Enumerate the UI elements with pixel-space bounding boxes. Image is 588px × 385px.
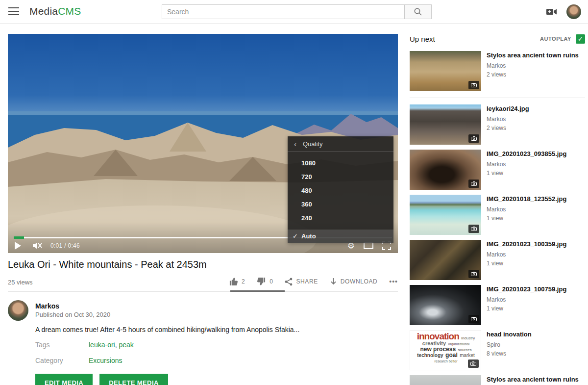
author-name[interactable]: Markos (35, 302, 59, 310)
search-input[interactable] (162, 4, 404, 19)
thumbnail-leykaori24 (410, 104, 481, 145)
upload-media-button[interactable] (546, 7, 558, 17)
video-upload-icon (546, 7, 558, 17)
quality-option-720[interactable]: 720 (288, 170, 393, 184)
hamburger-menu-icon[interactable] (8, 7, 19, 15)
camera-icon (471, 83, 477, 87)
list-item[interactable]: Stylos area ancient town ruins (410, 375, 585, 385)
up-next-sidebar: Up next AUTOPLAY ✓ Stylos area ancient t… (410, 33, 585, 385)
download-button[interactable]: DOWNLOAD (330, 278, 377, 286)
author-avatar[interactable] (8, 300, 28, 321)
search-button[interactable] (404, 4, 432, 19)
quality-option-480[interactable]: 480 (288, 184, 393, 198)
item-title[interactable]: IMG_20201023_100759.jpg (487, 285, 566, 293)
list-item[interactable]: IMG_20201023_100359.jpg Markos 1 view (410, 240, 585, 280)
video-actions: 2 0 SHARE DOWNLOAD ••• (230, 275, 398, 288)
delete-media-button[interactable]: DELETE MEDIA (99, 374, 168, 385)
tag-link-peak[interactable]: peak (119, 341, 133, 349)
item-views: 8 views (487, 350, 532, 357)
edit-media-button[interactable]: EDIT MEDIA (35, 374, 93, 385)
list-item[interactable]: IMG_20201023_100759.jpg Markos 1 view (410, 285, 585, 325)
cloud-word: new process (420, 347, 456, 352)
ratings-underline (230, 290, 285, 292)
item-title[interactable]: Stylos area ancient town ruins (487, 376, 579, 384)
camera-icon (471, 136, 477, 141)
autoplay-label: AUTOPLAY (540, 36, 571, 42)
list-item[interactable]: IMG_20201018_123552.jpg Markos 1 view (410, 195, 585, 235)
item-title[interactable]: IMG_20201023_093855.jpg (487, 150, 566, 158)
item-author: Markos (487, 206, 566, 213)
item-views: 1 view (487, 260, 566, 267)
item-views: 1 view (487, 305, 566, 312)
cloud-word: goal (445, 353, 458, 358)
mediacms-page: MediaCMS (0, 0, 588, 385)
camera-badge (468, 359, 479, 368)
like-button[interactable]: 2 (229, 277, 245, 286)
quality-menu-back[interactable]: ‹ Quality (288, 136, 393, 152)
play-button[interactable] (15, 242, 21, 250)
category-label: Category (35, 357, 63, 364)
item-title[interactable]: head inovation (487, 331, 532, 338)
thumbnail-stylos-ruins (410, 51, 481, 91)
camera-icon (471, 181, 477, 186)
video-player[interactable]: 0:01 / 0:46 ⚙ ‹ Quality 1080 720 480 360… (8, 34, 398, 253)
list-item[interactable]: leykaori24.jpg Markos 2 views (410, 104, 585, 145)
camera-icon (471, 317, 477, 321)
item-author: Markos (487, 62, 579, 69)
camera-badge (468, 134, 479, 143)
item-views: 1 view (487, 170, 566, 177)
share-button[interactable]: SHARE (285, 278, 318, 286)
thumbnail-img-100359 (410, 240, 481, 280)
divider (410, 98, 585, 98)
dislike-count: 0 (270, 278, 273, 285)
quality-option-1080[interactable]: 1080 (288, 156, 393, 170)
item-author: Markos (487, 296, 566, 303)
quality-option-360[interactable]: 360 (288, 198, 393, 211)
view-count: 25 views (8, 279, 33, 286)
tag-link-leuka-ori[interactable]: leuka-ori (89, 341, 115, 349)
check-icon: ✓ (293, 230, 301, 243)
item-views: 2 views (487, 125, 529, 131)
time-display: 0:01 / 0:46 (50, 242, 80, 249)
mediacms-logo[interactable]: MediaCMS (29, 5, 81, 17)
camera-icon (471, 272, 477, 276)
thumbs-up-icon (229, 277, 238, 286)
item-title[interactable]: IMG_20201023_100359.jpg (487, 240, 566, 248)
thumbnail-img-100759 (410, 285, 481, 325)
share-icon (285, 278, 293, 286)
item-views: 2 views (487, 71, 579, 78)
search-icon (414, 7, 422, 16)
autoplay-checkbox[interactable]: ✓ (576, 34, 585, 44)
camera-badge (468, 270, 479, 278)
mute-button[interactable] (32, 241, 43, 250)
video-description: A dream comes true! After 4-5 hours of c… (35, 326, 339, 334)
user-avatar[interactable] (566, 4, 581, 19)
quality-menu: ‹ Quality 1080 720 480 360 240 ✓Auto (288, 136, 393, 243)
thumbnail-word-cloud: innovation industry creativity organizat… (410, 330, 481, 370)
more-options-button[interactable]: ••• (389, 278, 398, 285)
up-next-title: Up next (410, 35, 435, 43)
item-title[interactable]: leykaori24.jpg (487, 105, 529, 113)
quality-option-240[interactable]: 240 (288, 211, 393, 225)
theater-mode-icon[interactable] (364, 242, 373, 249)
list-item[interactable]: IMG_20201023_093855.jpg Markos 1 view (410, 150, 585, 190)
search-bar (162, 4, 432, 19)
sidebar-header: Up next AUTOPLAY ✓ (410, 33, 585, 44)
video-title: Leuka Ori - White mountains - Peak at 24… (8, 259, 351, 270)
quality-option-auto[interactable]: ✓Auto (288, 230, 393, 243)
chevron-left-icon: ‹ (294, 140, 296, 148)
list-item[interactable]: Stylos area ancient town ruins Markos 2 … (410, 51, 585, 91)
list-item[interactable]: innovation industry creativity organizat… (410, 330, 585, 370)
category-link-excursions[interactable]: Excursions (89, 357, 122, 364)
logo-media-text: Media (29, 5, 58, 17)
item-author: Spiro (487, 341, 532, 348)
autoplay-control: AUTOPLAY ✓ (540, 34, 585, 44)
item-title[interactable]: Stylos area ancient town ruins (487, 51, 579, 59)
cloud-word: innovation (417, 332, 459, 340)
thumbnail-img-123552 (410, 195, 481, 235)
item-title[interactable]: IMG_20201018_123552.jpg (487, 195, 566, 203)
item-views: 1 view (487, 215, 566, 222)
dislike-button[interactable]: 0 (257, 277, 273, 286)
thumbnail-stylos-ruins-2 (410, 375, 481, 385)
cloud-word: research better (434, 359, 457, 363)
